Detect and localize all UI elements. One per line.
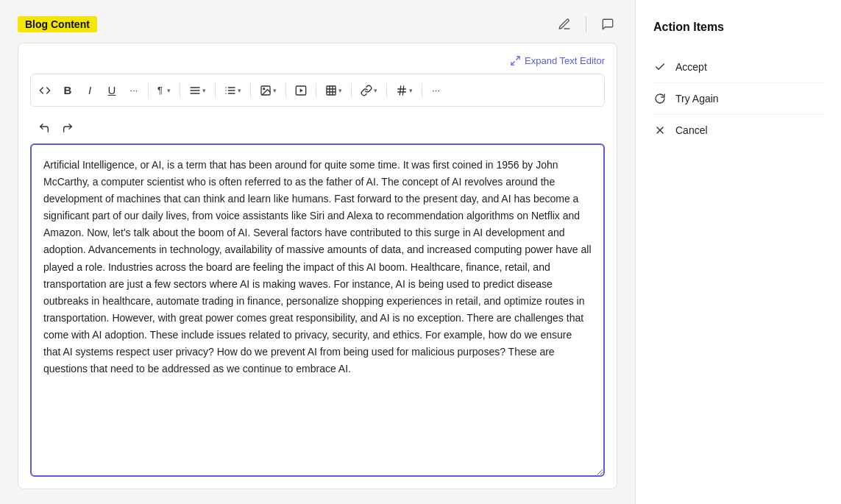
toolbar-divider-1 (148, 83, 149, 98)
hash-icon (396, 85, 408, 96)
action-item-cancel[interactable]: Cancel (653, 115, 823, 146)
svg-line-0 (517, 57, 519, 60)
svg-rect-15 (327, 86, 336, 95)
editor-card: Expand Text Editor B I U ··· ¶ ▾ (18, 43, 617, 489)
svg-point-12 (263, 88, 264, 89)
expand-bar: Expand Text Editor (30, 55, 605, 66)
expand-icon (510, 55, 521, 66)
toolbar-divider-9 (422, 83, 422, 98)
list-icon (224, 85, 236, 96)
video-button[interactable] (290, 81, 312, 100)
redo-icon (62, 122, 74, 134)
paragraph-button[interactable]: ¶ ▾ (152, 81, 176, 99)
toolbar-divider-7 (351, 83, 352, 98)
svg-line-22 (400, 86, 400, 95)
blog-title-badge: Blog Content (18, 16, 97, 32)
pencil-icon (558, 18, 571, 31)
align-icon (189, 85, 201, 96)
try-again-label: Try Again (675, 93, 719, 104)
expand-text-editor-button[interactable]: Expand Text Editor (510, 55, 605, 66)
play-icon (295, 85, 307, 96)
svg-marker-14 (299, 88, 302, 92)
toolbar-divider-6 (316, 83, 316, 98)
table-button[interactable]: ▾ (320, 81, 347, 100)
redo-button[interactable] (57, 118, 79, 138)
toolbar-divider-4 (250, 83, 251, 98)
action-item-accept[interactable]: Accept (653, 52, 823, 83)
align-chevron-icon: ▾ (202, 87, 206, 94)
link-chevron-icon: ▾ (374, 87, 377, 94)
expand-editor-label: Expand Text Editor (525, 55, 605, 66)
x-icon (653, 124, 667, 137)
check-icon (653, 60, 667, 74)
italic-button[interactable]: I (79, 80, 100, 100)
list-button[interactable]: ▾ (219, 81, 246, 100)
edit-icon-button[interactable] (555, 15, 574, 34)
hash-chevron-icon: ▾ (409, 87, 413, 94)
toolbar-row2 (30, 116, 605, 143)
comment-icon-button[interactable] (598, 15, 617, 34)
main-area: Blog Content (0, 0, 635, 504)
svg-line-23 (402, 86, 403, 95)
toolbar-divider-8 (386, 83, 387, 98)
toolbar-row1: B I U ··· ¶ ▾ ▾ ▾ (30, 74, 605, 107)
image-button[interactable]: ▾ (255, 81, 282, 100)
refresh-icon (653, 92, 667, 105)
accept-label: Accept (675, 61, 707, 73)
image-icon (260, 85, 272, 96)
code-button[interactable] (34, 81, 56, 100)
code-icon (39, 85, 51, 96)
comment-icon (601, 18, 614, 31)
toolbar-divider-2 (180, 83, 180, 98)
action-item-try-again[interactable]: Try Again (653, 83, 823, 115)
overflow-button[interactable]: ··· (426, 81, 447, 99)
chevron-down-icon: ▾ (167, 87, 171, 94)
editor-content: Artificial Intelligence, or AI, is a ter… (43, 159, 592, 375)
link-button[interactable]: ▾ (355, 81, 383, 100)
undo-button[interactable] (33, 118, 55, 138)
svg-line-1 (511, 62, 514, 65)
more-format-button[interactable]: ··· (124, 81, 144, 99)
table-icon (325, 85, 337, 96)
text-content-area[interactable]: Artificial Intelligence, or AI, is a ter… (30, 143, 605, 477)
toolbar-divider-5 (285, 83, 286, 98)
table-chevron-icon: ▾ (338, 87, 342, 94)
toolbar-divider-3 (215, 83, 216, 98)
hashtag-button[interactable]: ▾ (391, 81, 418, 100)
underline-button[interactable]: U (102, 80, 122, 100)
sidebar-title: Action Items (653, 21, 823, 34)
header-divider (586, 16, 586, 32)
bold-button[interactable]: B (57, 80, 78, 100)
blog-header: Blog Content (18, 15, 617, 34)
align-button[interactable]: ▾ (184, 81, 211, 100)
list-chevron-icon: ▾ (238, 87, 241, 94)
link-icon (361, 85, 372, 96)
header-icons (555, 15, 617, 34)
undo-icon (38, 122, 50, 134)
image-chevron-icon: ▾ (273, 87, 277, 94)
sidebar: Action Items Accept Try Again Cancel (635, 0, 841, 504)
cancel-label: Cancel (675, 124, 708, 136)
